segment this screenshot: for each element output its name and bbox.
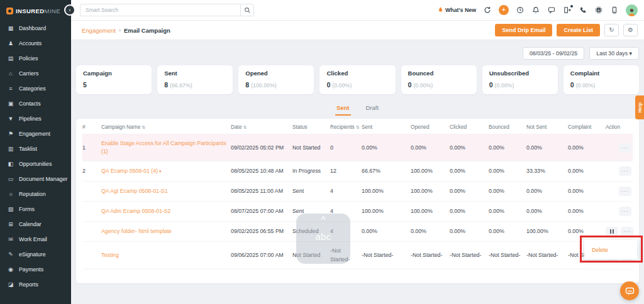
cell-status: Not Started <box>292 251 330 259</box>
cell-date: 09/02/2025 06:55 PM <box>231 227 292 236</box>
row-menu-button[interactable]: ··· <box>619 166 631 176</box>
campaign-name-link[interactable]: Enable Stage Access for All Campaign Par… <box>101 139 231 156</box>
page-actions: Send Drip Email Create List ↻ ⚙ <box>495 24 638 36</box>
tab[interactable]: Draft <box>365 102 380 116</box>
brand-logo[interactable]: INSUREDMINE <box>0 0 71 21</box>
sidebar-item-label: Reputation <box>19 191 46 197</box>
cell-bounced: 0.00% <box>489 207 526 215</box>
sidebar-item[interactable]: ◪ Reports <box>0 277 71 292</box>
sidebar-item[interactable]: ▤ Policies <box>0 51 71 66</box>
refresh-icon[interactable] <box>483 6 492 14</box>
cell-action: ··· <box>606 207 633 216</box>
cell-date: 08/05/2025 10:48 AM <box>231 167 292 175</box>
sidebar-item[interactable]: ⌂ Carriers <box>0 66 71 81</box>
cell-action: ··· <box>606 227 635 236</box>
pause-button[interactable] <box>606 227 618 236</box>
whats-new-button[interactable]: What's New <box>437 6 476 14</box>
refresh-list-button[interactable]: ↻ <box>604 24 619 36</box>
table-row: QA Adm Ecamp 0508-01-S2 08/07/2025 07:00… <box>82 202 633 222</box>
sidebar-item-icon: ◧ <box>7 161 14 167</box>
table-header-cell: Sent <box>362 124 411 130</box>
table-header-cell[interactable]: Date⇅ <box>231 124 292 130</box>
stats-row: Campaign 5 Sent 8(66.67%) Opened 8(100.0… <box>76 65 639 94</box>
sidebar-item[interactable]: ♟ Accounts <box>0 36 71 51</box>
campaign-name-link[interactable]: QA Ecamp 0508-01 (4)▾ <box>101 167 231 175</box>
row-menu-button[interactable]: ··· <box>619 187 631 196</box>
cell-bounced: 0.00% <box>489 144 526 152</box>
table-row: Agency folder- html template 09/02/2025 … <box>82 222 633 242</box>
cell-clicked: 0.00% <box>450 187 489 195</box>
sidebar-item[interactable]: ✉ Work Email <box>0 232 71 247</box>
ai-chip-icon[interactable]: AI <box>594 6 603 14</box>
row-menu-button[interactable]: ··· <box>619 143 631 153</box>
sidebar-item-label: Reports <box>19 281 38 288</box>
sidebar-collapse-button[interactable]: ‹ <box>64 4 75 16</box>
sidebar-item-icon: ☼ <box>7 191 14 197</box>
cell-sent: 66.67% <box>362 167 411 175</box>
tab[interactable]: Sent <box>335 102 351 116</box>
mobile-device-icon[interactable] <box>610 6 619 14</box>
settings-gear-button[interactable]: ⚙ <box>623 24 638 36</box>
help-tab[interactable]: Help <box>635 95 644 119</box>
campaign-name-link[interactable]: QA Agt Ecamp 0508-01-S1 <box>101 187 231 195</box>
sidebar-item[interactable]: ◉ Payments <box>0 262 71 277</box>
sidebar-item[interactable]: ▭ Document Manager <box>0 171 71 187</box>
sidebar-item[interactable]: ≡ Categories <box>0 81 71 96</box>
search-button[interactable] <box>240 4 253 16</box>
table-header-cell[interactable]: Recipients⇅ <box>330 124 362 130</box>
cell-not-sent: 33.33% <box>526 167 568 175</box>
sidebar-item[interactable]: ◧ Opportunities <box>0 156 71 171</box>
sidebar-item-icon: ▨ <box>7 206 14 212</box>
sidebar-item[interactable]: ▼ Pipelines <box>0 111 71 126</box>
phone-icon[interactable] <box>579 6 587 14</box>
sidebar-item[interactable]: ▦ Dashboard <box>0 21 71 36</box>
stat-card: Bounced 0(0.00%) <box>401 65 477 94</box>
stat-card: Opened 8(100.00%) <box>238 65 314 94</box>
cell-sent: 0.00% <box>362 144 411 152</box>
stat-card: Campaign 5 <box>76 65 152 94</box>
sidebar-item[interactable]: ▥ Tasklist <box>0 141 71 156</box>
date-range-picker[interactable]: 08/03/25 - 09/02/25 <box>523 47 584 60</box>
table-header-cell[interactable]: Campaign Name⇅ <box>101 124 231 130</box>
table-header-cell: Opened <box>411 124 450 130</box>
campaign-name-link[interactable]: Agency folder- html template <box>101 227 231 236</box>
sidebar-item[interactable]: ⚑ Engagement <box>0 126 71 141</box>
brand-logo-icon <box>6 8 13 14</box>
cell-opened: -Not Started- <box>411 251 450 259</box>
period-dropdown[interactable]: Last 30 days ▾ <box>589 47 639 60</box>
search-input[interactable] <box>80 4 240 16</box>
table-row: Testing 09/06/2025 07:00 AM Not Started … <box>82 242 633 269</box>
row-menu-button[interactable]: ··· <box>621 227 633 236</box>
sidebar-item[interactable]: ▣ Contacts <box>0 96 71 111</box>
logout-door-icon[interactable] <box>563 6 572 14</box>
sidebar-item-label: Opportunities <box>19 161 52 167</box>
create-list-button[interactable]: Create List <box>557 24 600 36</box>
table-header-cell: Status <box>292 124 330 130</box>
campaign-name-link[interactable]: QA Adm Ecamp 0508-01-S2 <box>101 207 231 215</box>
campaign-name-link[interactable]: Testing <box>101 251 231 259</box>
history-clock-icon[interactable] <box>516 6 525 14</box>
messages-icon[interactable] <box>547 6 556 14</box>
user-avatar[interactable] <box>626 4 638 16</box>
sidebar-item[interactable]: ✎ eSignature <box>0 247 71 262</box>
add-button[interactable]: + <box>499 5 509 15</box>
send-drip-email-button[interactable]: Send Drip Email <box>495 24 552 36</box>
stat-label: Campaign <box>83 70 145 77</box>
table-header-cell: Not Sent <box>526 124 568 130</box>
notifications-bell-icon[interactable] <box>531 6 540 14</box>
stat-percent: (100.00%) <box>251 82 277 89</box>
breadcrumb-engagement[interactable]: Engagement <box>82 27 116 34</box>
row-menu-button[interactable]: ··· <box>619 207 631 216</box>
delete-menu-item[interactable]: Delete <box>592 247 608 253</box>
sidebar-item-icon: ✎ <box>7 251 14 258</box>
stat-label: Bounced <box>408 70 470 77</box>
table-row: 2 QA Ecamp 0508-01 (4)▾ 08/05/2025 10:48… <box>82 161 633 182</box>
chat-support-button[interactable] <box>620 281 639 300</box>
stat-value: 8 <box>164 81 168 89</box>
sidebar-item[interactable]: ⊞ Calendar <box>0 217 71 232</box>
sidebar-item-icon: ▦ <box>7 25 14 31</box>
sidebar-item[interactable]: ☼ Reputation <box>0 187 71 202</box>
sidebar-item[interactable]: ▨ Forms <box>0 202 71 217</box>
sidebar-item-label: Work Email <box>19 236 47 242</box>
table-row: 1 Enable Stage Access for All Campaign P… <box>82 134 633 161</box>
